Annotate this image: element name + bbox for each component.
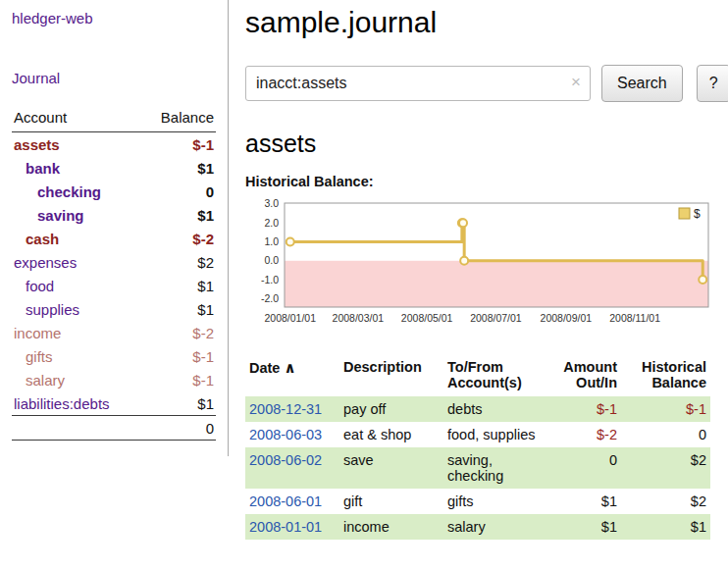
account-balance: $2	[141, 250, 216, 274]
app-title-link[interactable]: hledger-web	[12, 10, 216, 26]
account-row: liabilities:debts $1	[12, 391, 216, 416]
account-row: bank $1	[12, 156, 216, 180]
svg-text:$: $	[694, 207, 701, 221]
account-link-expenses[interactable]: expenses	[14, 254, 77, 271]
account-row: expenses $2	[12, 250, 216, 274]
amount-cell: $-2	[543, 422, 621, 447]
description-cell: income	[339, 514, 443, 540]
account-link-bank[interactable]: bank	[26, 160, 60, 177]
account-link-liabilities-debts[interactable]: liabilities:debts	[14, 395, 110, 412]
svg-text:2008/01/01: 2008/01/01	[264, 312, 316, 324]
search-input[interactable]	[245, 66, 591, 101]
amount-cell: $1	[543, 489, 621, 514]
balance-cell: $1	[621, 514, 710, 540]
account-balance: $-1	[141, 132, 216, 157]
account-link-checking[interactable]: checking	[37, 183, 101, 200]
account-link-assets[interactable]: assets	[14, 136, 60, 153]
page-title: sample.journal	[245, 6, 728, 39]
description-cell: pay off	[339, 396, 443, 422]
svg-text:-1.0: -1.0	[261, 274, 279, 286]
balance-cell: $2	[621, 489, 710, 514]
balance-cell: $2	[621, 447, 710, 489]
account-row: cash $-2	[12, 227, 216, 250]
help-button[interactable]: ?	[697, 65, 728, 102]
account-row: gifts $-1	[12, 344, 216, 368]
sidebar: hledger-web Journal Account Balance asse…	[0, 0, 229, 456]
register-row[interactable]: 2008-06-03 eat & shop food, supplies $-2…	[245, 422, 710, 447]
account-cell: gifts	[443, 489, 543, 514]
date-link[interactable]: 2008-06-02	[249, 452, 322, 468]
account-row: supplies $1	[12, 297, 216, 321]
description-cell: eat & shop	[339, 422, 443, 447]
date-link[interactable]: 2008-12-31	[249, 401, 322, 417]
column-header-balance: Historical Balance	[621, 357, 710, 396]
register-row[interactable]: 2008-12-31 pay off debts $-1 $-1	[245, 396, 710, 422]
account-link-supplies[interactable]: supplies	[26, 301, 79, 318]
sidebar-item-journal[interactable]: Journal	[12, 70, 216, 86]
account-cell: debts	[443, 396, 543, 422]
account-link-salary[interactable]: salary	[26, 372, 65, 389]
amount-cell: $1	[543, 514, 621, 540]
register-row[interactable]: 2008-06-01 gift gifts $1 $2	[245, 489, 710, 514]
account-link-cash[interactable]: cash	[26, 231, 59, 247]
column-header-description: Description	[339, 357, 443, 396]
account-row: salary $-1	[12, 368, 216, 391]
balance-cell: $-1	[621, 396, 710, 422]
account-balance: $1	[141, 274, 216, 297]
account-balance: $-1	[141, 368, 216, 391]
svg-text:-2.0: -2.0	[261, 292, 279, 304]
description-cell: gift	[339, 489, 443, 514]
svg-text:2008/03/01: 2008/03/01	[333, 312, 385, 324]
register-header-row: Date∧ Description To/From Account(s) Amo…	[245, 357, 710, 396]
account-cell: food, supplies	[443, 422, 543, 447]
account-heading: assets	[245, 130, 728, 158]
balance-cell: 0	[621, 422, 710, 447]
accounts-total: 0	[141, 416, 216, 441]
date-link[interactable]: 2008-01-01	[249, 519, 322, 535]
account-balance: 0	[141, 180, 216, 203]
historical-balance-chart: 3.02.01.00.0-1.0-2.02008/01/012008/03/01…	[245, 195, 728, 343]
description-cell: save	[339, 447, 443, 489]
svg-text:2008/07/01: 2008/07/01	[470, 312, 522, 324]
date-link[interactable]: 2008-06-01	[249, 493, 322, 509]
account-link-food[interactable]: food	[26, 278, 54, 294]
chart-svg: 3.02.01.00.0-1.0-2.02008/01/012008/03/01…	[245, 195, 718, 340]
accounts-total-row: 0	[12, 416, 216, 441]
svg-text:2008/09/01: 2008/09/01	[541, 312, 593, 324]
register-row[interactable]: 2008-01-01 income salary $1 $1	[245, 514, 710, 540]
accounts-header-account: Account	[12, 106, 141, 132]
amount-cell: $-1	[543, 396, 621, 422]
column-header-date[interactable]: Date∧	[245, 357, 339, 396]
search-form: × Search ?	[245, 65, 728, 102]
account-row: food $1	[12, 274, 216, 297]
column-header-amount: Amount Out/In	[543, 357, 621, 396]
account-cell: saving, checking	[443, 447, 543, 489]
search-button[interactable]: Search	[601, 65, 683, 102]
account-balance: $-1	[141, 344, 216, 368]
account-balance: $1	[141, 297, 216, 321]
account-link-gifts[interactable]: gifts	[26, 348, 53, 365]
account-cell: salary	[443, 514, 543, 540]
svg-text:2.0: 2.0	[264, 217, 279, 229]
register-row[interactable]: 2008-06-02 save saving, checking 0 $2	[245, 447, 710, 489]
account-balance: $-2	[141, 321, 216, 344]
account-balance: $-2	[141, 227, 216, 250]
account-link-saving[interactable]: saving	[37, 207, 84, 224]
chart-title: Historical Balance:	[245, 174, 728, 189]
date-link[interactable]: 2008-06-03	[249, 427, 322, 442]
account-link-income[interactable]: income	[14, 325, 61, 341]
account-balance: $1	[141, 391, 216, 416]
svg-text:0.0: 0.0	[264, 254, 279, 266]
account-balance: $1	[141, 156, 216, 180]
account-balance: $1	[141, 203, 216, 227]
account-row: checking 0	[12, 180, 216, 203]
register-table: Date∧ Description To/From Account(s) Amo…	[245, 357, 710, 540]
main-content: sample.journal × Search ? assets Histori…	[229, 0, 728, 540]
app-root: hledger-web Journal Account Balance asse…	[0, 0, 728, 540]
clear-search-icon[interactable]: ×	[571, 74, 581, 90]
accounts-table: Account Balance assets $-1 bank $1 check…	[12, 106, 216, 441]
svg-text:2008/05/01: 2008/05/01	[401, 312, 453, 324]
amount-cell: 0	[543, 447, 621, 489]
accounts-header-balance: Balance	[141, 106, 216, 132]
svg-text:3.0: 3.0	[264, 197, 279, 209]
